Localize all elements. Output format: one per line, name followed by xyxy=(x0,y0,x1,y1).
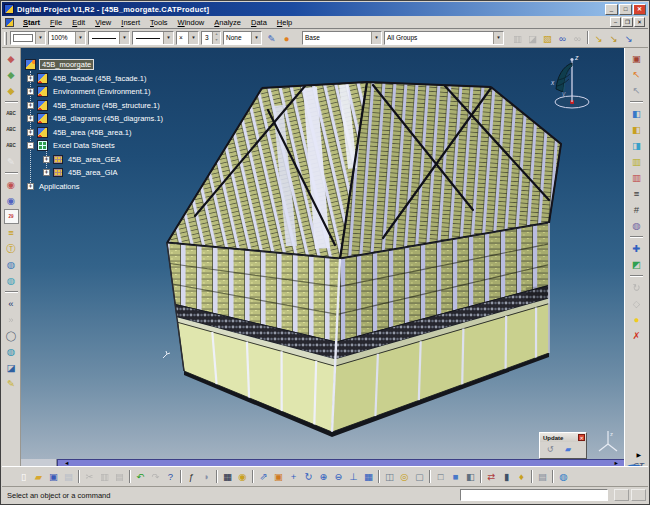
link-icon[interactable]: ∞ xyxy=(555,31,570,46)
toolbar-grip[interactable] xyxy=(4,32,7,45)
tree-item-45b-facade[interactable]: + 45B_facade (45B_facade.1) xyxy=(25,72,215,86)
zoom-out-icon[interactable]: ⊖ xyxy=(331,469,346,484)
measure-icon[interactable]: ⇄ xyxy=(484,469,499,484)
tree-item-excel-data-sheets[interactable]: - Excel Data Sheets xyxy=(25,139,215,153)
compass[interactable]: z x y xyxy=(550,50,596,112)
open-document-icon[interactable]: ▰ xyxy=(31,469,46,484)
chevron-down-icon[interactable]: ▼ xyxy=(251,32,261,44)
quick-print-icon[interactable]: ▤ xyxy=(535,469,550,484)
incomplete-elements-icon[interactable]: ✗ xyxy=(629,328,644,343)
mdi-restore-button[interactable]: ❐ xyxy=(622,17,633,27)
zoom-in-icon[interactable]: ⊕ xyxy=(316,469,331,484)
magnifier-icon[interactable]: ◯ xyxy=(4,328,19,343)
comments-icon[interactable]: ◗ xyxy=(199,469,214,484)
new-component-icon[interactable]: ◧ xyxy=(629,106,644,121)
expand-icon[interactable]: + xyxy=(27,183,34,190)
line-weight-combo[interactable]: ▼ xyxy=(88,31,130,45)
new-product-icon[interactable]: ◧ xyxy=(629,122,644,137)
replace-component-icon[interactable]: ▥ xyxy=(629,170,644,185)
chevron-down-icon[interactable]: ▼ xyxy=(163,32,173,44)
globe-sync-icon[interactable]: ◍ xyxy=(4,273,19,288)
select-pointer-icon[interactable]: ↖ xyxy=(629,67,644,82)
close-button[interactable]: ✕ xyxy=(633,4,646,15)
menu-item-analyze[interactable]: Analyze xyxy=(209,17,246,28)
close-icon[interactable]: ✕ xyxy=(578,434,585,441)
tree-item-45b-area-gia[interactable]: + 45B_area_GIA xyxy=(25,166,215,180)
generate-numbering-icon[interactable]: # xyxy=(629,202,644,217)
product-window-icon[interactable]: ▣ xyxy=(629,51,644,66)
wireframe-view-icon[interactable]: □ xyxy=(433,469,448,484)
tree-item-45b-area-gea[interactable]: + 45B_area_GEA xyxy=(25,153,215,167)
smart-pick-icon[interactable]: ↖ xyxy=(629,83,644,98)
menu-item-help[interactable]: Help xyxy=(272,17,297,28)
base-combo[interactable]: Base ▼ xyxy=(302,31,382,45)
print-icon[interactable]: ▤ xyxy=(61,469,76,484)
shaded-view-icon[interactable]: ■ xyxy=(448,469,463,484)
snap-translate-icon[interactable]: ↘ xyxy=(591,31,606,46)
render-solid-gold-icon[interactable]: ◆ xyxy=(4,83,19,98)
calendar-29-icon[interactable]: 29 xyxy=(4,209,19,224)
render-style-combo[interactable]: None ▼ xyxy=(223,31,262,45)
painter-icon[interactable]: ✎ xyxy=(264,31,279,46)
minimize-button[interactable]: _ xyxy=(605,4,618,15)
fill-color-combo[interactable]: ▼ xyxy=(10,31,46,45)
status-dock-button-2[interactable] xyxy=(631,489,646,501)
quick-capture-icon[interactable]: ◫ xyxy=(382,469,397,484)
coins-icon[interactable]: ≡ xyxy=(4,225,19,240)
new-part-icon[interactable]: ◨ xyxy=(629,138,644,153)
expand-icon[interactable]: + xyxy=(27,102,34,109)
update-button[interactable]: ↺ xyxy=(542,443,558,456)
new-document-icon[interactable]: ▯ xyxy=(16,469,31,484)
first-page-icon[interactable]: « xyxy=(4,296,19,311)
tree-item-45b-structure[interactable]: + 45B_structure (45B_structure.1) xyxy=(25,99,215,113)
point-symbol-combo[interactable]: × ▼ xyxy=(176,31,199,45)
menu-item-data[interactable]: Data xyxy=(246,17,272,28)
component-constraints-icon[interactable]: ◩ xyxy=(629,257,644,272)
undo-icon[interactable]: ↶ xyxy=(133,469,148,484)
line-type-combo[interactable]: ▼ xyxy=(132,31,174,45)
command-input[interactable] xyxy=(460,489,608,501)
spin-down-icon[interactable]: ▼ xyxy=(212,38,220,44)
chevron-down-icon[interactable]: ▼ xyxy=(493,32,503,44)
wizard-icon[interactable]: ● xyxy=(279,31,294,46)
normal-view-icon[interactable]: ⊥ xyxy=(346,469,361,484)
expand-icon[interactable]: + xyxy=(27,129,34,136)
3d-viewport[interactable]: z x y z 45B_moorgate + 45B_f xyxy=(21,48,626,468)
menu-item-tools[interactable]: Tools xyxy=(145,17,173,28)
existing-component-icon[interactable]: ▥ xyxy=(629,154,644,169)
render-device-icon[interactable]: ▮ xyxy=(499,469,514,484)
pencil-icon[interactable]: ✎ xyxy=(4,376,19,391)
group-blue-icon[interactable]: ◉ xyxy=(4,193,19,208)
update-palette-titlebar[interactable]: Update ✕ xyxy=(540,433,586,442)
chevron-down-icon[interactable]: ▼ xyxy=(188,32,198,44)
status-dock-button-1[interactable] xyxy=(614,489,629,501)
menu-item-insert[interactable]: Insert xyxy=(116,17,145,28)
whats-this-icon[interactable]: ? xyxy=(163,469,178,484)
menu-item-file[interactable]: File xyxy=(45,17,67,28)
text-abc-frame-icon[interactable]: ABC xyxy=(4,122,19,137)
expand-icon[interactable]: + xyxy=(27,88,34,95)
expand-icon[interactable]: + xyxy=(27,115,34,122)
template-t-icon[interactable]: Ⓣ xyxy=(4,241,19,256)
tree-item-environment[interactable]: + Environment (Environment.1) xyxy=(25,85,215,99)
materials-icon[interactable]: ♦ xyxy=(514,469,529,484)
menu-item-view[interactable]: View xyxy=(90,17,116,28)
opacity-combo[interactable]: 100% ▼ xyxy=(48,31,86,45)
tree-item-applications[interactable]: + Applications xyxy=(25,180,215,194)
menu-item-window[interactable]: Window xyxy=(173,17,210,28)
chevron-down-icon[interactable]: ▼ xyxy=(119,32,129,44)
toolbar-overflow-icon[interactable]: ▶ xyxy=(636,451,641,458)
mdi-minimize-button[interactable]: – xyxy=(610,17,621,27)
maximize-button[interactable]: □ xyxy=(619,4,632,15)
snap-rotate-icon[interactable]: ↘ xyxy=(606,31,621,46)
lock-settings-icon[interactable]: ◉ xyxy=(235,469,250,484)
menu-item-edit[interactable]: Edit xyxy=(67,17,90,28)
text-abc-leader-icon[interactable]: ABC xyxy=(4,138,19,153)
mdi-close-button[interactable]: ✕ xyxy=(634,17,645,27)
fly-mode-icon[interactable]: ⇗ xyxy=(256,469,271,484)
groups-combo[interactable]: All Groups ▼ xyxy=(384,31,504,45)
tree-item-45b-diagrams[interactable]: + 45B_diagrams (45B_diagrams.1) xyxy=(25,112,215,126)
group-red-icon[interactable]: ◉ xyxy=(4,177,19,192)
pan-icon[interactable]: + xyxy=(286,469,301,484)
weight-spinner[interactable]: 3 ▲▼ xyxy=(201,31,221,45)
